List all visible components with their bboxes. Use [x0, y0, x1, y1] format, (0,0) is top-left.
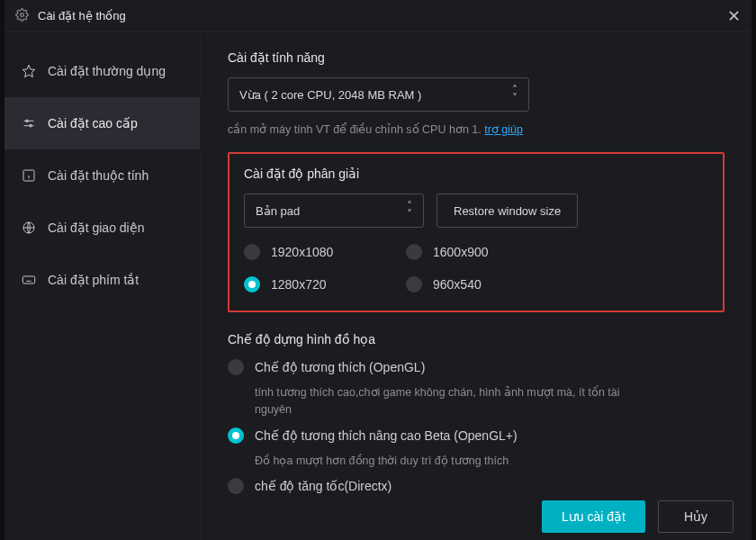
gear-icon	[15, 8, 29, 24]
perf-hint: cần mở máy tính VT để điều chỉnh số CPU …	[228, 122, 724, 136]
restore-window-size-button[interactable]: Restore window size	[436, 194, 578, 228]
sidebar-item-shortcuts[interactable]: Cài đặt phím tắt	[4, 254, 200, 306]
render-mode-directx[interactable]: chế độ tăng tốc(Directx)	[228, 478, 724, 494]
resolution-option-1280x720[interactable]: 1280x720	[244, 276, 406, 292]
chevron-updown-icon: ˄˅	[407, 203, 412, 218]
titlebar: Cài đặt hệ thống ✕	[4, 0, 752, 32]
window-title: Cài đặt hệ thống	[38, 9, 126, 22]
radio-icon	[228, 359, 244, 375]
resolution-option-1600x900[interactable]: 1600x900	[406, 244, 568, 260]
info-icon	[21, 167, 37, 184]
render-mode-opengl-plus[interactable]: Chế độ tương thích nâng cao Beta (OpenGL…	[228, 428, 724, 444]
render-mode-desc: tính tương thích cao,chơi game không chá…	[228, 384, 642, 418]
radio-icon	[228, 428, 244, 444]
star-icon	[21, 63, 37, 79]
radio-icon	[244, 244, 260, 260]
sliders-icon	[21, 115, 37, 131]
sidebar-item-label: Cài đặt phím tắt	[48, 273, 139, 287]
render-mode-opengl[interactable]: Chế độ tương thích (OpenGL)	[228, 359, 724, 375]
resolution-option-1920x1080[interactable]: 1920x1080	[244, 244, 406, 260]
radio-icon	[228, 478, 244, 494]
resolution-option-960x540[interactable]: 960x540	[406, 276, 568, 292]
radio-icon	[244, 276, 260, 292]
resolution-mode-select[interactable]: Bản pad ˄˅	[244, 194, 424, 228]
sidebar-item-label: Cài đặt giao diện	[48, 220, 145, 235]
render-mode-desc: Đồ họa mượt hơn đồng thời duy trì độ tươ…	[228, 453, 642, 470]
save-button[interactable]: Lưu cài đặt	[542, 500, 645, 533]
resolution-options: 1920x1080 1600x900 1280x720 960x540	[244, 244, 708, 292]
sidebar-item-label: Cài đặt thường dụng	[48, 64, 166, 78]
radio-icon	[406, 244, 422, 260]
sidebar-item-common[interactable]: Cài đặt thường dụng	[4, 45, 200, 97]
sidebar-item-label: Cài đặt thuộc tính	[48, 168, 148, 183]
close-icon[interactable]: ✕	[727, 6, 741, 26]
sidebar-item-properties[interactable]: Cài đặt thuộc tính	[4, 149, 200, 202]
chevron-updown-icon: ˄˅	[512, 87, 518, 102]
sidebar-item-interface[interactable]: Cài đặt giao diện	[4, 202, 200, 254]
radio-icon	[406, 276, 422, 292]
svg-rect-10	[22, 276, 34, 284]
globe-icon	[21, 220, 37, 236]
sidebar: Cài đặt thường dụng Cài đặt cao cấp Cài …	[4, 32, 201, 540]
sidebar-item-advanced[interactable]: Cài đặt cao cấp	[4, 97, 200, 149]
sidebar-item-label: Cài đặt cao cấp	[48, 116, 138, 130]
render-title: Chế độ dựng hình đồ họa	[228, 332, 724, 346]
perf-title: Cài đặt tính năng	[228, 50, 724, 65]
resolution-section: Cài đặt độ phân giải Bản pad ˄˅ Restore …	[228, 152, 724, 312]
resolution-title: Cài đặt độ phân giải	[244, 166, 708, 181]
main-panel: Cài đặt tính năng Vừa ( 2 core CPU, 2048…	[201, 32, 752, 540]
keyboard-icon	[21, 272, 37, 288]
footer: Lưu cài đặt Hủy	[542, 500, 734, 533]
cancel-button[interactable]: Hủy	[658, 500, 734, 533]
help-link[interactable]: trợ giúp	[484, 123, 523, 136]
svg-marker-1	[22, 65, 34, 76]
resolution-mode-value: Bản pad	[256, 204, 300, 218]
perf-select[interactable]: Vừa ( 2 core CPU, 2048 MB RAM ) ˄˅	[228, 77, 529, 112]
svg-point-0	[21, 13, 24, 16]
perf-select-value: Vừa ( 2 core CPU, 2048 MB RAM )	[239, 88, 421, 102]
